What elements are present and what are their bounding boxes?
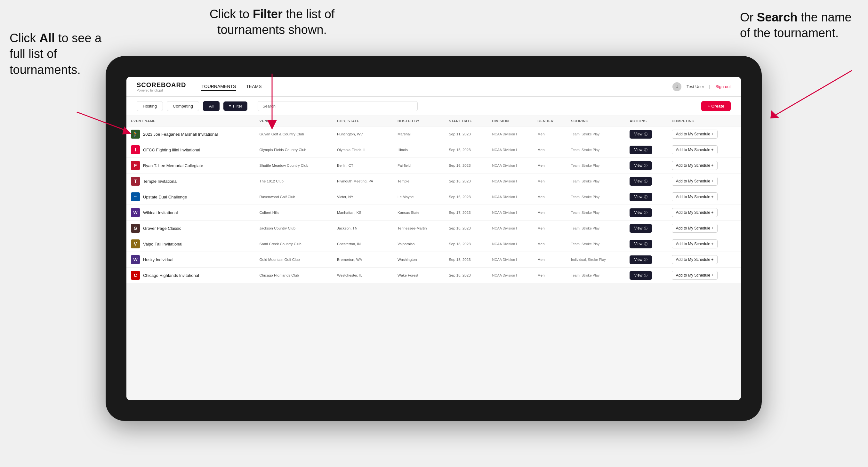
view-button-4[interactable]: View ⓘ [629,193,652,201]
create-button[interactable]: + Create [701,101,731,111]
cell-scoring-0: Team, Stroke Play [566,126,625,142]
toolbar: Hosting Competing All ≡ Filter + Create [126,97,741,116]
cell-division-5: NCAA Division I [488,205,533,221]
view-icon-6: ⓘ [644,226,648,231]
cell-actions-8: View ⓘ [625,252,667,268]
cell-city-9: Westchester, IL [333,268,393,283]
view-icon-1: ⓘ [644,148,648,152]
cell-competing-3: Add to My Schedule + [667,174,741,189]
filter-button[interactable]: ≡ Filter [223,101,247,111]
sign-out-link[interactable]: Sign out [715,84,731,89]
tab-competing[interactable]: Competing [167,101,199,111]
add-to-schedule-button-2[interactable]: Add to My Schedule + [672,161,718,170]
cell-date-7: Sep 18, 2023 [444,236,488,252]
table-row: V Valpo Fall Invitational Sand Creek Cou… [126,236,741,252]
tab-hosting[interactable]: Hosting [137,101,163,111]
logo-area: SCOREBOARD Powered by clippd [137,81,186,92]
cell-event-6: G Grover Page Classic [126,221,255,236]
view-button-3[interactable]: View ⓘ [629,177,652,186]
annotation-top-left: Click All to see a full list of tourname… [9,30,109,78]
view-button-6[interactable]: View ⓘ [629,224,652,233]
view-icon-9: ⓘ [644,273,648,278]
view-icon-7: ⓘ [644,242,648,246]
add-to-schedule-button-4[interactable]: Add to My Schedule + [672,192,718,201]
annotation-top-right: Or Search the name of the tournament. [740,9,859,41]
col-division: DIVISION [488,116,533,126]
col-start-date: START DATE [444,116,488,126]
add-to-schedule-button-6[interactable]: Add to My Schedule + [672,224,718,233]
cell-event-2: F Ryan T. Lee Memorial Collegiate [126,158,255,174]
cell-gender-2: Men [533,158,566,174]
cell-date-9: Sep 18, 2023 [444,268,488,283]
cell-scoring-6: Team, Stroke Play [566,221,625,236]
cell-city-0: Huntington, WV [333,126,393,142]
add-to-schedule-button-9[interactable]: Add to My Schedule + [672,271,718,280]
event-name-4: Upstate Dual Challenge [143,195,187,199]
cell-hosted-4: Le Moyne [393,189,444,205]
cell-division-3: NCAA Division I [488,174,533,189]
cell-event-9: C Chicago Highlands Invitational [126,268,255,283]
view-button-7[interactable]: View ⓘ [629,240,652,248]
cell-date-5: Sep 17, 2023 [444,205,488,221]
col-competing: COMPETING [667,116,741,126]
add-to-schedule-button-3[interactable]: Add to My Schedule + [672,177,718,186]
add-to-schedule-button-8[interactable]: Add to My Schedule + [672,255,718,264]
cell-division-4: NCAA Division I [488,189,533,205]
cell-gender-4: Men [533,189,566,205]
view-button-8[interactable]: View ⓘ [629,255,652,264]
add-to-schedule-button-5[interactable]: Add to My Schedule + [672,208,718,217]
cell-venue-7: Sand Creek Country Club [255,236,333,252]
cell-event-5: W Wildcat Invitational [126,205,255,221]
nav-tab-teams[interactable]: TEAMS [246,83,261,91]
cell-scoring-5: Team, Stroke Play [566,205,625,221]
cell-hosted-8: Washington [393,252,444,268]
cell-actions-6: View ⓘ [625,221,667,236]
table-row: I OFCC Fighting Illini Invitational Olym… [126,142,741,158]
user-avatar: U [673,82,681,91]
cell-hosted-2: Fairfield [393,158,444,174]
view-button-2[interactable]: View ⓘ [629,161,652,170]
cell-division-2: NCAA Division I [488,158,533,174]
cell-city-2: Berlin, CT [333,158,393,174]
table-row: W Wildcat Invitational Colbert Hills Man… [126,205,741,221]
cell-scoring-4: Team, Stroke Play [566,189,625,205]
cell-venue-2: Shuttle Meadow Country Club [255,158,333,174]
cell-city-8: Bremerton, WA [333,252,393,268]
cell-hosted-1: Illinois [393,142,444,158]
cell-city-4: Victor, NY [333,189,393,205]
cell-event-8: W Husky Individual [126,252,255,268]
cell-date-3: Sep 16, 2023 [444,174,488,189]
cell-gender-6: Men [533,221,566,236]
cell-division-8: NCAA Division I [488,252,533,268]
search-input[interactable] [258,101,418,111]
separator: | [709,84,710,89]
cell-division-9: NCAA Division I [488,268,533,283]
cell-city-5: Manhattan, KS [333,205,393,221]
team-logo-5: W [131,208,140,217]
tab-all[interactable]: All [203,101,220,111]
view-button-5[interactable]: View ⓘ [629,208,652,217]
cell-venue-9: Chicago Highlands Club [255,268,333,283]
view-button-1[interactable]: View ⓘ [629,146,652,154]
app-header: SCOREBOARD Powered by clippd TOURNAMENTS… [126,77,741,97]
main-nav: TOURNAMENTS TEAMS [201,83,673,91]
add-to-schedule-button-7[interactable]: Add to My Schedule + [672,240,718,248]
cell-gender-1: Men [533,142,566,158]
add-to-schedule-button-1[interactable]: Add to My Schedule + [672,145,718,154]
view-button-9[interactable]: View ⓘ [629,271,652,280]
cell-hosted-7: Valparaiso [393,236,444,252]
cell-event-7: V Valpo Fall Invitational [126,236,255,252]
svg-marker-5 [770,111,779,118]
add-to-schedule-button-0[interactable]: Add to My Schedule + [672,130,718,138]
view-button-0[interactable]: View ⓘ [629,130,652,138]
cell-date-1: Sep 15, 2023 [444,142,488,158]
cell-competing-1: Add to My Schedule + [667,142,741,158]
user-name: Test User [686,84,704,89]
event-name-2: Ryan T. Lee Memorial Collegiate [143,163,203,168]
team-logo-4: ~ [131,192,140,201]
cell-gender-5: Men [533,205,566,221]
tablet-screen: SCOREBOARD Powered by clippd TOURNAMENTS… [126,77,741,400]
nav-tab-tournaments[interactable]: TOURNAMENTS [201,83,236,91]
col-hosted-by: HOSTED BY [393,116,444,126]
cell-competing-9: Add to My Schedule + [667,268,741,283]
